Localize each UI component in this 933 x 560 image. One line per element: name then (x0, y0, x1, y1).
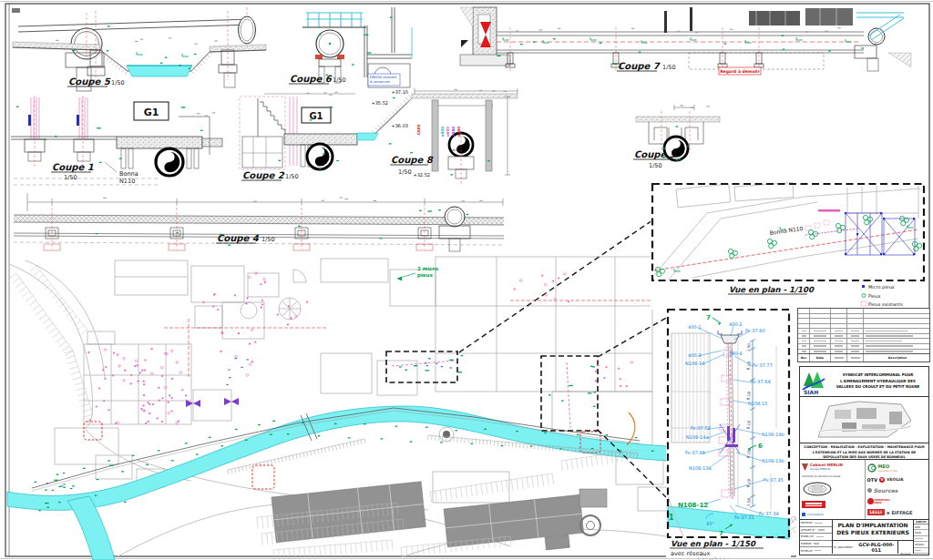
coupe2-scale: 1/50 (285, 173, 299, 180)
demathieu-bard-logo: DEMATHIEU BARD (867, 498, 928, 504)
river-fork (67, 496, 115, 560)
vue150-title: Vue en plan - 1/150 (671, 539, 756, 548)
date-col-header: Date (810, 354, 831, 361)
micro-piles-note-1: 2 micro (417, 266, 438, 271)
angle-label: 45° (706, 521, 714, 526)
coupe8-dia-3: ø600 (446, 127, 450, 137)
title-block-bottom: EDITEUR : AFFAIRE N° : ETABLI LE : FORMA… (800, 520, 928, 554)
siah-logo: SIAH (800, 368, 827, 395)
project-line-1: CONCEPTION - REALISATION - EXPLOITATION … (800, 445, 928, 451)
pile-label: Fe:37.48 (685, 450, 705, 455)
coupe8-pipe-label: N100 (452, 148, 461, 152)
coupe3-scale: 1/50 (649, 162, 662, 169)
statut-column: STATUT (913, 520, 928, 554)
vue100-title: Vue en plan - 1/100 (729, 285, 815, 294)
consultants-logo: Consultants (802, 513, 863, 516)
eiffage-logo: ◈ EIFFAGE (887, 510, 913, 515)
pile-label: N108-13a (689, 465, 712, 471)
coupe8-dia-1: C600 (416, 124, 421, 135)
stairs (258, 98, 285, 137)
coupe5-title: Coupe 5 (68, 76, 111, 87)
lelli-logo: LELLI (867, 509, 885, 515)
plan-dark-buildings (272, 482, 607, 550)
water-section (357, 133, 378, 140)
coupe8-dia-5: ø200 (456, 127, 461, 137)
drawing-canvas: Coupe 5 1/50 DN150 existant à conserver … (0, 0, 933, 560)
section-cut-mark: 7 (719, 530, 723, 537)
coupe2-title: Coupe 2 (242, 170, 285, 181)
legend-micro-pieux: Micro pieux (868, 284, 895, 290)
coupe4-scale: 1/50 (261, 236, 275, 243)
otv-veolia-logo: OTV V VEOLIA (867, 477, 928, 483)
pile-label: Fe:37.34 (759, 511, 779, 516)
pile-label: 400-2 (729, 321, 743, 327)
coupe8-elev-top: +37.10 (391, 89, 408, 95)
pile-label: Fe:37.80 (745, 328, 765, 333)
legend-pieux-existants: Pieux existants (868, 301, 903, 307)
coupe-8-section: +37.10 +35.52 +36.03 +32.52 C600 ø450 ø6… (357, 88, 518, 184)
vue150-subtitle: avec réseaux (671, 550, 710, 557)
vue-en-plan-150: 400-1 400-2 Fe:37.80 400-3 400-4 N108-16… (666, 308, 791, 557)
coupe6-scale: 1/50 (333, 76, 346, 84)
pile-label: N108-13b (762, 458, 784, 463)
stamp-oval-icon (802, 482, 833, 496)
pile-label: Fe:37.35 (764, 477, 784, 483)
sources-logo: Sources (867, 487, 928, 494)
pile-label: Fe:37.31 (734, 514, 754, 520)
drawing-title-1: PLAN D'IMPLANTATION (833, 522, 913, 528)
desc-col-header: Description (864, 354, 929, 361)
pipe-section-icon (156, 148, 183, 176)
coupe-1-section: G1 Bonna N110 Coupe 1 1/50 (11, 96, 222, 185)
coupe7-demolish-note: Regard à démolir (720, 69, 761, 74)
statut-rows (914, 524, 928, 554)
coupe8-elev-low: +36.03 (391, 123, 408, 128)
statut-row (914, 548, 928, 554)
meo-logo: MEO Génération Eau (867, 463, 928, 473)
pile-label: Fe:37.52 (691, 425, 711, 431)
certification-logo (802, 501, 825, 508)
pile-label: N108-15 (748, 401, 767, 406)
pile-label: N108-14a (686, 434, 709, 440)
coupe1-pipe-label-1: Bonna (119, 170, 138, 178)
coupe8-dia-2: ø450 (440, 127, 445, 137)
company-logos: Cabinet MERLIN Groupe MERLIN ASSISTANT D… (800, 460, 928, 520)
coupe8-scale: 1/50 (398, 168, 412, 176)
coupe7-scale: 1/50 (662, 64, 676, 71)
coupe6-note-line2: à conserver (370, 79, 391, 84)
section-cut-mark: 1 (669, 514, 674, 522)
drawing-sheet: Coupe 5 1/50 DN150 existant à conserver … (0, 0, 933, 560)
coupe-4-section: Coupe 4 1/50 (14, 193, 504, 251)
micro-piles-note-2: pieux (417, 272, 433, 279)
detail-callout-1 (386, 351, 457, 382)
coupe8-dia-4: ø500 (451, 127, 456, 137)
coupe1-title: Coupe 1 (52, 162, 94, 173)
revision-table: Rev Date Description (797, 308, 930, 362)
vue-en-plan-100: Bonna N110 Vue en plan - 1/100 Micro pie… (651, 182, 926, 310)
pile-label: N108-16 (685, 361, 704, 366)
section-cut-mark: 7 (706, 314, 711, 321)
document-fields: EDITEUR : AFFAIRE N° : ETABLI LE : FORMA… (800, 520, 833, 554)
pipe-section-icon (307, 144, 333, 169)
revision-rows (798, 309, 929, 353)
doc-number-label: N° DOCUMENT : (833, 545, 856, 549)
coupe1-pipe-label-2: N110 (119, 178, 135, 185)
coupe-7-section: Regard à démolir Coupe 7 1/50 (460, 7, 911, 75)
org-line-3: VALLEES DU CROULT ET DU PETIT ROSNE (827, 384, 928, 390)
merlin-caption: ASSISTANT DU MAITRE D'OUVRAGE (802, 475, 863, 478)
coupe3-title: Coupe 3 (634, 149, 677, 160)
coupe-2-section: G1 Coupe 2 1/50 (240, 94, 357, 181)
pile-label: Fe:37.64 (751, 379, 771, 384)
coupe8-elev-bottom: +32.52 (413, 172, 430, 178)
field-format: FORMAT : (801, 542, 813, 545)
rev-col-header: Rev (798, 354, 810, 361)
coupe1-scale: 1/50 (64, 174, 77, 181)
section-cut-mark: 6 (758, 443, 763, 450)
legend-pieux: Pieux (868, 293, 881, 299)
pile-label: 400-3 (688, 352, 702, 358)
pile-label-green: N108-12 (678, 502, 708, 509)
bowtie-markers (186, 398, 239, 407)
project-title: CONCEPTION - REALISATION - EXPLOITATION … (800, 443, 928, 460)
pile-label: 400-1 (688, 324, 702, 330)
doc-number: GCV-PLG-000-011 (856, 542, 897, 553)
railing (306, 13, 363, 27)
